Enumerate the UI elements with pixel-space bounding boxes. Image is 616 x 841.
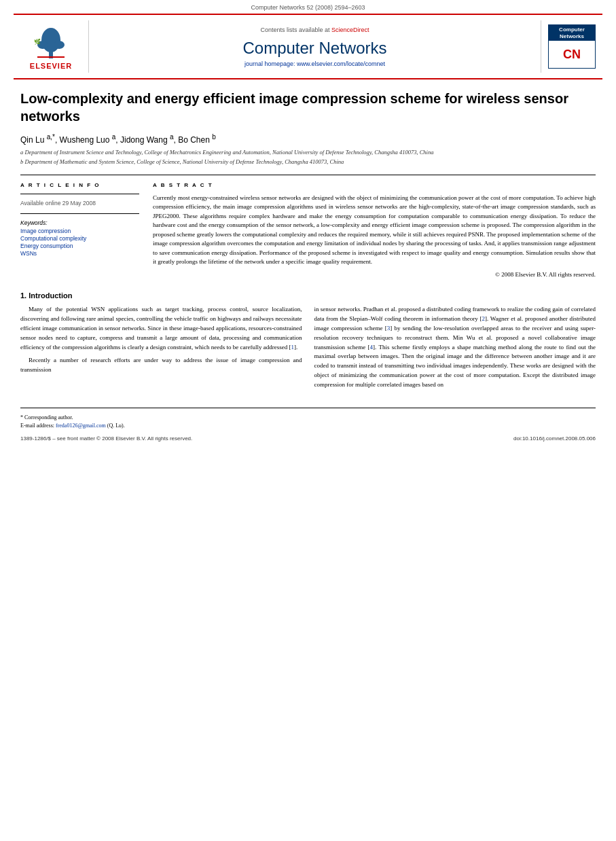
ref-4[interactable]: 4 bbox=[370, 344, 374, 351]
body-col-right: in sensor networks. Pradhan et al. propo… bbox=[314, 305, 596, 394]
body-text-left: Many of the potential WSN applications s… bbox=[20, 305, 302, 376]
footer-issn: 1389-1286/$ – see front matter © 2008 El… bbox=[20, 435, 192, 442]
introduction-section: 1. Introduction Many of the potential WS… bbox=[20, 291, 596, 394]
main-content: Low-complexity and energy efficient imag… bbox=[0, 79, 616, 401]
divider-keywords bbox=[20, 213, 139, 214]
email-label: E-mail address: bbox=[20, 423, 54, 429]
journal-title: Computer Networks bbox=[242, 39, 386, 58]
corresponding-author-label: * Corresponding author. bbox=[20, 414, 73, 420]
footer-doi: doi:10.1016/j.comnet.2008.05.006 bbox=[513, 435, 596, 442]
affiliation-a: a Department of Instrument Science and T… bbox=[20, 149, 596, 157]
journal-header: 🌿 ELSEVIER Contents lists available at S… bbox=[14, 14, 602, 79]
keywords-label: Keywords: bbox=[20, 219, 139, 226]
elsevier-text: ELSEVIER bbox=[30, 62, 72, 70]
elsevier-logo: 🌿 ELSEVIER bbox=[30, 23, 72, 70]
elsevier-logo-area: 🌿 ELSEVIER bbox=[14, 20, 88, 73]
svg-point-3 bbox=[54, 41, 65, 49]
info-abstract-columns: A R T I C L E I N F O Available online 2… bbox=[20, 182, 596, 278]
abstract-header: A B S T R A C T bbox=[153, 182, 596, 188]
sciencedirect-link[interactable]: ScienceDirect bbox=[331, 26, 369, 33]
divider-info bbox=[20, 194, 139, 194]
journal-citation-text: Computer Networks 52 (2008) 2594–2603 bbox=[251, 4, 365, 11]
keyword-4: WSNs bbox=[20, 250, 139, 257]
sup-a: a,* bbox=[47, 133, 55, 141]
authors-line: Qin Lu a,*, Wusheng Luo a, Jidong Wang a… bbox=[20, 133, 596, 145]
ref-3[interactable]: 3 bbox=[387, 325, 391, 332]
footer-bottom: 1389-1286/$ – see front matter © 2008 El… bbox=[0, 435, 616, 447]
footnote-divider bbox=[20, 408, 596, 408]
body-col-left: Many of the potential WSN applications s… bbox=[20, 305, 302, 394]
footnote-text: * Corresponding author. E-mail address: … bbox=[20, 414, 596, 430]
available-online: Available online 29 May 2008 bbox=[20, 200, 139, 207]
sup-b: b bbox=[212, 133, 216, 141]
body-para-1: Many of the potential WSN applications s… bbox=[20, 305, 302, 353]
affiliation-b: b Department of Mathematic and System Sc… bbox=[20, 158, 596, 166]
page-container: Computer Networks 52 (2008) 2594–2603 🌿 … bbox=[0, 0, 616, 841]
article-info-header: A R T I C L E I N F O bbox=[20, 182, 139, 188]
ref-1[interactable]: 1 bbox=[291, 344, 294, 351]
keyword-1: Image compression bbox=[20, 228, 139, 234]
cn-logo-bottom: CN bbox=[549, 41, 595, 68]
ref-2[interactable]: 2 bbox=[482, 315, 485, 322]
copyright-line: © 2008 Elsevier B.V. All rights reserved… bbox=[153, 271, 596, 278]
divider-1 bbox=[20, 175, 596, 175]
sup-a2: a bbox=[112, 133, 116, 141]
homepage-link[interactable]: journal homepage: www.elsevier.com/locat… bbox=[244, 60, 385, 67]
affiliations: a Department of Instrument Science and T… bbox=[20, 149, 596, 166]
section-title-text: Introduction bbox=[29, 291, 72, 300]
article-title: Low-complexity and energy efficient imag… bbox=[20, 90, 596, 125]
keyword-2: Computational complexity bbox=[20, 235, 139, 242]
cn-logo-area: ComputerNetworks CN bbox=[541, 20, 602, 73]
body-para-3: in sensor networks. Pradhan et al. propo… bbox=[314, 305, 596, 390]
keywords-section: Keywords: Image compression Computationa… bbox=[20, 219, 139, 257]
abstract-text: Currently most energy-constrained wirele… bbox=[153, 194, 596, 267]
journal-citation: Computer Networks 52 (2008) 2594–2603 bbox=[0, 0, 616, 14]
body-text-right: in sensor networks. Pradhan et al. propo… bbox=[314, 305, 596, 390]
section-title: 1. Introduction bbox=[20, 291, 596, 300]
contents-line: Contents lists available at ScienceDirec… bbox=[260, 26, 369, 33]
body-para-2: Recently a number of research efforts ar… bbox=[20, 356, 302, 375]
body-two-col: Many of the potential WSN applications s… bbox=[20, 305, 596, 394]
footnote-email[interactable]: freda0126@gmail.com bbox=[56, 423, 106, 429]
svg-text:🌿: 🌿 bbox=[34, 38, 41, 45]
section-number: 1. bbox=[20, 291, 26, 300]
cn-logo: ComputerNetworks CN bbox=[548, 24, 596, 69]
elsevier-tree-icon: 🌿 bbox=[31, 23, 71, 60]
contents-label: Contents lists available at bbox=[260, 26, 329, 33]
journal-homepage: journal homepage: www.elsevier.com/locat… bbox=[244, 60, 385, 67]
keyword-3: Energy consumption bbox=[20, 243, 139, 249]
email-suffix: (Q. Lu). bbox=[107, 423, 125, 429]
sup-a3: a bbox=[170, 133, 174, 141]
abstract-col: A B S T R A C T Currently most energy-co… bbox=[153, 182, 596, 278]
cn-logo-top-text: ComputerNetworks bbox=[549, 25, 595, 41]
footnote-area: * Corresponding author. E-mail address: … bbox=[20, 408, 596, 430]
article-info-col: A R T I C L E I N F O Available online 2… bbox=[20, 182, 139, 278]
journal-title-area: Contents lists available at ScienceDirec… bbox=[88, 20, 541, 73]
